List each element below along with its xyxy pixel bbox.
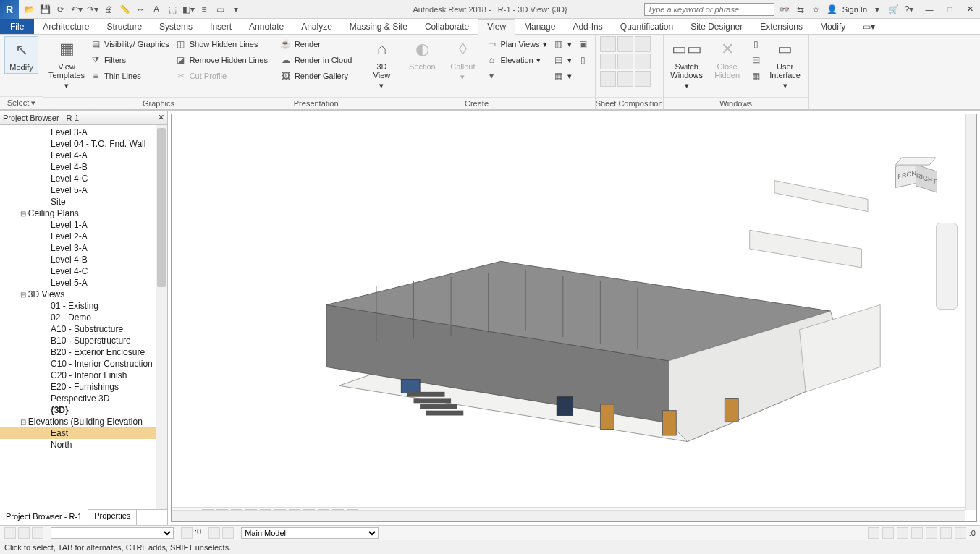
- sign-in-link[interactable]: Sign In: [842, 5, 867, 14]
- tree-item[interactable]: Perspective 3D: [0, 393, 167, 404]
- tile-button[interactable]: ▦: [749, 68, 764, 84]
- close-button[interactable]: ✕: [960, 1, 980, 18]
- tab-file[interactable]: File: [0, 19, 34, 34]
- select-pinned-icon[interactable]: [897, 527, 908, 539]
- tree-item[interactable]: North: [0, 439, 167, 451]
- editable-only-icon[interactable]: [222, 527, 234, 539]
- view-templates-button[interactable]: ▦ View Templates▾: [48, 36, 85, 91]
- help-icon[interactable]: ?▾: [903, 4, 915, 15]
- elevation-button[interactable]: ⌂Elevation ▾: [484, 52, 548, 68]
- cascade-button[interactable]: ▤: [749, 52, 764, 68]
- duplicate-view-button[interactable]: ▥▾: [552, 36, 573, 52]
- tab-add-ins[interactable]: Add-Ins: [564, 19, 611, 34]
- tree-scroll-thumb[interactable]: [157, 128, 166, 287]
- section-icon[interactable]: ◧▾: [182, 4, 194, 15]
- tree-item[interactable]: A10 - Substructure: [0, 323, 167, 335]
- replicate-button[interactable]: ▯: [749, 36, 764, 52]
- select-underlay-icon[interactable]: [882, 527, 894, 539]
- visibility-graphics-button[interactable]: ▤Visibility/ Graphics: [88, 36, 171, 52]
- tree-group[interactable]: 3D Views: [0, 289, 167, 300]
- tab-manage[interactable]: Manage: [515, 19, 564, 34]
- open-icon[interactable]: 📂: [23, 4, 35, 15]
- tab-modify[interactable]: Modify: [811, 19, 854, 34]
- sync-icon[interactable]: ⟳: [55, 4, 67, 15]
- tree-group[interactable]: Elevations (Building Elevation: [0, 416, 167, 427]
- tree-item[interactable]: Level 3-A: [0, 127, 167, 138]
- navigation-bar[interactable]: [936, 223, 958, 310]
- sheet-guide-icon[interactable]: [617, 54, 633, 69]
- default3d-icon[interactable]: ⬚: [166, 4, 178, 15]
- canvas-scrollbar-vertical[interactable]: [965, 114, 976, 510]
- tree-item[interactable]: East: [0, 427, 167, 439]
- legends-button[interactable]: ▤▾: [552, 52, 573, 68]
- tab-insert[interactable]: Insert: [201, 19, 240, 34]
- project-browser-header[interactable]: Project Browser - R-1 ✕: [0, 111, 167, 125]
- panel-sheet-title[interactable]: Sheet Composition: [596, 97, 663, 109]
- scope-box-button[interactable]: ▣: [576, 36, 591, 52]
- tree-item[interactable]: E20 - Furnishings: [0, 381, 167, 393]
- workset-icon[interactable]: [4, 527, 16, 539]
- panel-windows-title[interactable]: Windows: [664, 97, 808, 109]
- redo-icon[interactable]: ↷▾: [87, 4, 98, 15]
- canvas-scrollbar-horizontal[interactable]: [172, 510, 965, 521]
- tree-item[interactable]: C20 - Interior Finish: [0, 370, 167, 381]
- tab-collaborate[interactable]: Collaborate: [416, 19, 478, 34]
- panel-graphics-title[interactable]: Graphics: [43, 97, 274, 109]
- measure-icon[interactable]: 📏: [119, 4, 130, 15]
- workset-dropdown[interactable]: [51, 527, 174, 539]
- binoculars-icon[interactable]: 👓: [779, 4, 790, 15]
- 3d-canvas[interactable]: FRONT RIGHT: [172, 114, 965, 510]
- sheet-title-icon[interactable]: [635, 36, 651, 52]
- model-groups-icon[interactable]: [208, 527, 220, 539]
- tab-massing-site[interactable]: Massing & Site: [341, 19, 416, 34]
- design-option-dropdown[interactable]: Main Model: [241, 527, 379, 539]
- tree-item[interactable]: Level 04 - T.O. Fnd. Wall: [0, 138, 167, 150]
- chevron-down-icon[interactable]: ▾: [871, 4, 883, 15]
- tab-systems[interactable]: Systems: [151, 19, 201, 34]
- panel-close-icon[interactable]: ✕: [158, 113, 164, 122]
- sheet-match-icon[interactable]: [635, 54, 651, 69]
- sheet-view-icon[interactable]: [617, 36, 633, 52]
- print-icon[interactable]: 🖨: [103, 4, 114, 15]
- minimize-button[interactable]: —: [919, 1, 939, 18]
- tab-view[interactable]: View: [478, 19, 515, 35]
- tree-item[interactable]: Level 4-A: [0, 150, 167, 161]
- view-cube[interactable]: FRONT RIGHT: [878, 150, 936, 208]
- communicate-icon[interactable]: ⇆: [795, 4, 806, 15]
- sheet-a-icon[interactable]: [600, 71, 616, 87]
- select-face-icon[interactable]: [911, 527, 923, 539]
- render-gallery-button[interactable]: 🖼Render Gallery: [279, 68, 354, 84]
- panel-select-title[interactable]: Select ▾: [0, 96, 43, 109]
- text-icon[interactable]: A: [151, 4, 162, 15]
- tree-item[interactable]: Level 4-B: [0, 161, 167, 173]
- tree-item[interactable]: 02 - Demo: [0, 312, 167, 323]
- tree-group[interactable]: Ceiling Plans: [0, 208, 167, 219]
- sheet-rev-icon[interactable]: [600, 54, 616, 69]
- select-links-icon[interactable]: [868, 527, 879, 539]
- editing-requests-icon[interactable]: [18, 527, 30, 539]
- project-browser-tree[interactable]: Level 3-ALevel 04 - T.O. Fnd. WallLevel …: [0, 125, 167, 509]
- save-icon[interactable]: 💾: [39, 4, 51, 15]
- user-icon[interactable]: 👤: [827, 4, 838, 15]
- panel-create-title[interactable]: Create: [358, 97, 594, 109]
- sheet-b-icon[interactable]: [617, 71, 633, 87]
- filters-button[interactable]: ⧩Filters: [88, 52, 171, 68]
- drag-elements-icon[interactable]: [926, 527, 937, 539]
- filter-icon2[interactable]: [955, 527, 966, 539]
- remove-hidden-lines-button[interactable]: ◪Remove Hidden Lines: [174, 52, 269, 68]
- maximize-button[interactable]: □: [939, 1, 960, 18]
- tab-annotate[interactable]: Annotate: [240, 19, 292, 34]
- tab-architecture[interactable]: Architecture: [34, 19, 98, 34]
- tree-item[interactable]: Level 3-A: [0, 242, 167, 254]
- viewcube-right[interactable]: RIGHT: [916, 164, 937, 193]
- search-input[interactable]: [644, 3, 774, 16]
- tree-item[interactable]: Level 4-B: [0, 254, 167, 265]
- tree-item[interactable]: B10 - Superstructure: [0, 335, 167, 346]
- active-only-icon[interactable]: [181, 527, 193, 539]
- viewcube-top[interactable]: [895, 158, 936, 166]
- tab-site-designer[interactable]: Site Designer: [682, 19, 751, 34]
- panel-presentation-title[interactable]: Presentation: [274, 97, 358, 109]
- switch-windows-button[interactable]: ▭▭Switch Windows▾: [668, 36, 706, 91]
- sheet-c-icon[interactable]: [635, 71, 651, 87]
- tab-quantification[interactable]: Quantification: [612, 19, 682, 34]
